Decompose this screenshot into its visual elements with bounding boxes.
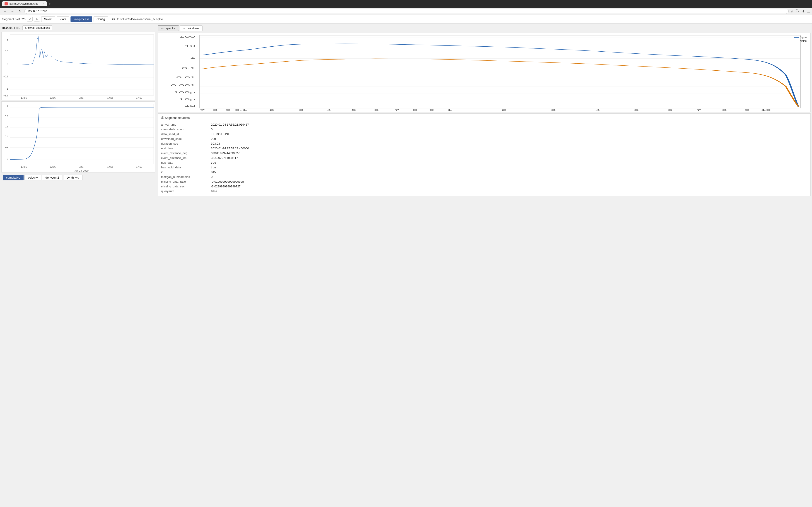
svg-text:2: 2 — [501, 109, 506, 111]
metadata-key: download_code — [161, 136, 211, 141]
svg-text:17:55: 17:55 — [21, 165, 27, 168]
metadata-value: 200 — [211, 136, 807, 141]
tab-close-btn[interactable]: ✕ — [42, 2, 44, 5]
channel-name: TK.2301..HNE — [1, 26, 20, 30]
svg-rect-36 — [10, 104, 154, 164]
metadata-key: maxgap_numsamples — [161, 174, 211, 179]
svg-text:1: 1 — [7, 39, 8, 42]
svg-text:3: 3 — [299, 109, 304, 111]
svg-text:17:56: 17:56 — [50, 97, 56, 99]
right-panel: sn_spectra sn_windows Signal Noise 100 1… — [156, 23, 812, 507]
svg-text:5: 5 — [634, 109, 639, 111]
signal-line-icon — [794, 37, 799, 38]
svg-text:4: 4 — [595, 109, 600, 111]
svg-text:10: 10 — [761, 109, 771, 111]
show-orientations-btn[interactable]: Show all orientations — [22, 25, 53, 30]
metadata-row: has_datatrue — [161, 160, 807, 165]
svg-text:8: 8 — [722, 109, 727, 111]
address-bar[interactable] — [24, 9, 789, 14]
metadata-key: event_distance_km — [161, 156, 211, 160]
tab-sn-spectra[interactable]: sn_spectra — [158, 25, 179, 31]
tab-synth-wa[interactable]: synth_wa — [63, 175, 83, 180]
svg-text:8: 8 — [213, 109, 218, 111]
noise-line-icon — [794, 41, 799, 41]
svg-text:5: 5 — [351, 109, 356, 111]
svg-text:4: 4 — [326, 109, 332, 111]
bottom-tabs: cumulative velocity derivcum2 synth_wa — [1, 174, 155, 181]
metadata-key: has_valid_data — [161, 165, 211, 170]
main-content: TK.2301..HNE Show all orientations 1 0.5… — [0, 23, 812, 507]
shield-icon: 🛡 — [796, 9, 800, 13]
svg-text:−0.5: −0.5 — [3, 75, 8, 78]
svg-text:0: 0 — [7, 63, 8, 65]
waveform-svg-bottom: 1 0.8 0.6 0.4 0.2 0 17:55 17:56 17:57 — [2, 102, 155, 172]
metadata-row: data_seed_idTK.2301..HNE — [161, 132, 807, 136]
select-btn[interactable]: Select — [41, 16, 55, 22]
left-panel: TK.2301..HNE Show all orientations 1 0.5… — [0, 23, 156, 507]
metadata-value: true — [211, 160, 807, 165]
tab-title: sqlite:////Downloads/trial_tk.sqlite — [9, 2, 41, 5]
metadata-value: 2020-01-24 17:55:21.059487 — [211, 122, 807, 127]
metadata-row: missing_data_ratio-0.010099999999999998 — [161, 179, 807, 184]
bookmark-icon[interactable]: ☆ — [791, 9, 794, 13]
db-url-label: DB Url sqlite:////Downloads/trial_tk.sql… — [111, 17, 163, 21]
metadata-title: ⓘ Segment metadata: — [161, 116, 807, 120]
svg-text:0.001: 0.001 — [171, 84, 196, 87]
waveform-svg-top: 1 0.5 0 −0.5 −1 −1.5 17:55 17:56 17:57 1… — [2, 33, 155, 100]
svg-text:10μ: 10μ — [179, 98, 196, 101]
plots-btn[interactable]: Plots — [57, 16, 69, 22]
svg-text:0.1: 0.1 — [235, 109, 247, 111]
forward-btn[interactable]: → — [9, 9, 15, 13]
tab-velocity[interactable]: velocity — [24, 175, 41, 180]
new-tab-btn[interactable]: + — [48, 2, 51, 6]
spectra-svg: 100 10 1 0.1 0.01 0.001 100μ 10μ 1μ — [158, 33, 810, 112]
metadata-row: arrival_time2020-01-24 17:55:21.059487 — [161, 122, 807, 127]
waveform-plot-top: 1 0.5 0 −0.5 −1 −1.5 17:55 17:56 17:57 1… — [1, 32, 155, 100]
next-segment-btn[interactable]: > — [34, 17, 40, 21]
metadata-key: data_seed_id — [161, 132, 211, 136]
tab-sn-windows[interactable]: sn_windows — [180, 25, 203, 31]
metadata-row: has_valid_datatrue — [161, 165, 807, 170]
menu-icon[interactable]: ☰ — [807, 9, 810, 13]
config-btn[interactable]: Config — [94, 16, 108, 22]
metadata-table: arrival_time2020-01-24 17:55:21.059487cl… — [161, 122, 807, 193]
metadata-key: classlabels_count — [161, 127, 211, 132]
active-tab[interactable]: sqlite:////Downloads/trial_tk.sqlite ✕ — [2, 1, 47, 6]
metadata-value: 0 — [211, 127, 807, 132]
metadata-value: 845 — [211, 170, 807, 174]
prev-segment-btn[interactable]: < — [27, 17, 33, 21]
svg-text:1: 1 — [447, 109, 452, 111]
metadata-key: arrival_time — [161, 122, 211, 127]
reload-btn[interactable]: ↻ — [17, 9, 23, 13]
legend: Signal Noise — [794, 36, 807, 43]
legend-signal-label: Signal — [800, 36, 807, 39]
preprocess-btn[interactable]: Pre-process — [70, 16, 92, 22]
legend-noise-label: Noise — [800, 39, 807, 43]
svg-text:1μ: 1μ — [184, 105, 195, 107]
svg-text:0.8: 0.8 — [5, 115, 8, 118]
svg-text:17:59: 17:59 — [136, 165, 142, 168]
metadata-key: event_distance_deg — [161, 151, 211, 156]
download-icon[interactable]: ⬇ — [802, 9, 805, 13]
metadata-section: ⓘ Segment metadata: arrival_time2020-01-… — [158, 113, 811, 196]
metadata-value: 303.03 — [211, 141, 807, 146]
svg-text:1: 1 — [7, 105, 8, 108]
metadata-key: end_time — [161, 146, 211, 151]
metadata-value: 2020-01-24 17:59:23.450000 — [211, 146, 807, 151]
metadata-row: queryauthfalse — [161, 189, 807, 193]
svg-text:17:57: 17:57 — [79, 97, 85, 99]
info-icon: ⓘ — [161, 116, 165, 119]
svg-text:−1.5: −1.5 — [3, 94, 8, 97]
tab-cumulative[interactable]: cumulative — [3, 175, 23, 180]
svg-text:7: 7 — [696, 109, 701, 111]
metadata-key: id — [161, 170, 211, 174]
tab-derivcum2[interactable]: derivcum2 — [42, 175, 62, 180]
svg-text:100μ: 100μ — [173, 91, 196, 94]
svg-text:6: 6 — [374, 109, 379, 111]
metadata-row: event_distance_deg0.3011899744890027 — [161, 151, 807, 156]
svg-text:17:57: 17:57 — [79, 165, 85, 168]
spectra-tab-bar: sn_spectra sn_windows — [158, 25, 811, 32]
metadata-value: 33.49079711938117 — [211, 156, 807, 160]
metadata-key: missing_data_sec — [161, 184, 211, 189]
back-btn[interactable]: ← — [2, 9, 8, 13]
